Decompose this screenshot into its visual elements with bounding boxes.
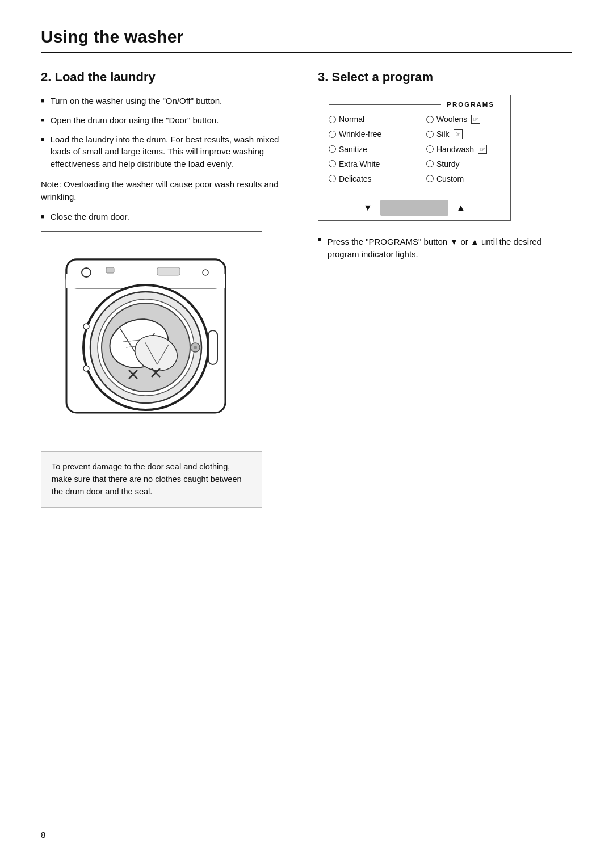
programs-nav-row: ▼ ▲ [318, 195, 510, 220]
nav-down-button[interactable]: ▼ [358, 200, 378, 216]
program-normal-label: Normal [339, 115, 364, 124]
page-number: 8 [41, 830, 45, 840]
program-row-5: Delicates Custom [329, 174, 500, 183]
page-title: Using the washer [41, 27, 572, 47]
programs-label: PROGRAMS [441, 101, 500, 108]
bullet-3: Load the laundry into the drum. For best… [41, 133, 291, 170]
bullet-close-door: Close the drum door. [41, 211, 291, 223]
warning-text: To prevent damage to the door seal and c… [52, 462, 242, 496]
program-delicates: Delicates [329, 174, 402, 183]
program-handwash: Handwash ☞ [426, 145, 500, 154]
program-sanitize-label: Sanitize [339, 145, 367, 154]
svg-point-21 [82, 268, 91, 277]
col-load-laundry: 2. Load the laundry Turn on the washer u… [41, 70, 291, 508]
program-custom: Custom [426, 174, 500, 183]
radio-silk [426, 131, 434, 138]
radio-handwash [426, 145, 434, 153]
program-sturdy-label: Sturdy [436, 160, 459, 169]
header-line-left [329, 104, 441, 105]
main-content: 2. Load the laundry Turn on the washer u… [41, 70, 572, 508]
radio-custom [426, 175, 434, 182]
program-woolens-label: Woolens [436, 115, 467, 124]
bullet-2: Open the drum door using the "Door" butt… [41, 114, 291, 127]
washer-illustration [41, 231, 262, 441]
section2-heading: 2. Load the laundry [41, 70, 291, 85]
svg-rect-20 [208, 330, 217, 364]
radio-wrinklefree [329, 131, 336, 138]
program-handwash-label: Handwash [436, 145, 474, 154]
care-icon-woolens: ☞ [471, 115, 480, 124]
radio-woolens [426, 116, 434, 123]
svg-point-26 [194, 346, 197, 349]
program-normal: Normal [329, 115, 402, 124]
nav-display [380, 200, 448, 216]
warning-box: To prevent damage to the door seal and c… [41, 451, 262, 508]
radio-delicates [329, 175, 336, 182]
washer-svg [55, 242, 248, 430]
svg-rect-22 [157, 267, 180, 275]
press-instruction-text: Press the "PROGRAMS" button ▼ or ▲ until… [328, 236, 572, 261]
program-delicates-label: Delicates [339, 174, 372, 183]
program-row-3: Sanitize Handwash ☞ [329, 145, 500, 154]
program-wrinklefree-label: Wrinkle-free [339, 129, 381, 139]
program-silk-label: Silk [436, 129, 450, 139]
care-icon-silk: ☞ [454, 129, 463, 139]
radio-sanitize [329, 145, 336, 153]
programs-header: PROGRAMS [329, 101, 500, 108]
radio-normal [329, 116, 336, 123]
program-extrawhite: Extra White [329, 160, 402, 169]
programs-panel: PROGRAMS Normal Woolens ☞ [318, 95, 511, 221]
radio-sturdy [426, 160, 434, 167]
svg-point-23 [203, 270, 208, 275]
program-silk: Silk ☞ [426, 129, 500, 139]
press-instruction-item: Press the "PROGRAMS" button ▼ or ▲ until… [318, 233, 572, 261]
press-instruction-list: Press the "PROGRAMS" button ▼ or ▲ until… [318, 233, 572, 261]
bullet-1: Turn on the washer using the "On/Off" bu… [41, 95, 291, 107]
close-door-bullet: Close the drum door. [41, 211, 291, 223]
load-laundry-bullets: Turn on the washer using the "On/Off" bu… [41, 95, 291, 170]
nav-up-button[interactable]: ▲ [451, 200, 471, 216]
radio-extrawhite [329, 160, 336, 167]
svg-point-28 [83, 366, 89, 371]
section3-heading: 3. Select a program [318, 70, 572, 85]
title-divider [41, 52, 572, 53]
col-select-program: 3. Select a program PROGRAMS Normal [318, 70, 572, 269]
programs-inner: PROGRAMS Normal Woolens ☞ [318, 95, 510, 195]
program-custom-label: Custom [436, 174, 464, 183]
overload-note: Note: Overloading the washer will cause … [41, 178, 291, 203]
program-extrawhite-label: Extra White [339, 160, 380, 169]
program-wrinklefree: Wrinkle-free [329, 129, 402, 139]
program-sturdy: Sturdy [426, 160, 500, 169]
program-row-2: Wrinkle-free Silk ☞ [329, 129, 500, 139]
program-sanitize: Sanitize [329, 145, 402, 154]
program-row-4: Extra White Sturdy [329, 160, 500, 169]
program-row-1: Normal Woolens ☞ [329, 115, 500, 124]
program-woolens: Woolens ☞ [426, 115, 500, 124]
svg-point-27 [83, 324, 89, 329]
care-icon-handwash: ☞ [478, 145, 487, 154]
svg-rect-24 [106, 267, 114, 273]
